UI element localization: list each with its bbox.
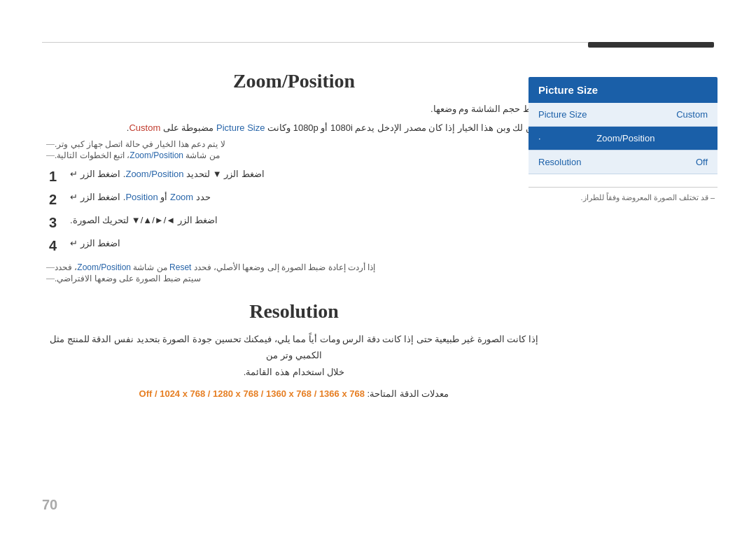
main-content: Zoom/Position وضبط حجم الشاشة وم وضعها. …: [42, 56, 546, 492]
resolution-section: Resolution إذا كانت الصورة غير طبيعية حت…: [42, 300, 546, 402]
zoom-position-section: Zoom/Position وضبط حجم الشاشة وم وضعها. …: [42, 70, 546, 283]
panel-row-zoom-position[interactable]: Zoom/Position: [528, 127, 718, 150]
sidebar-panel: Picture Size Picture Size Custom Zoom/Po…: [528, 77, 718, 202]
step-4: 4 اضغط الزر ↵: [42, 238, 546, 254]
step-list: 1 اضغط الزر ▼ لتحديد Zoom/Position. اضغط…: [42, 169, 546, 254]
resolution-values: معدلات الدقة المتاحة: Off / 1024 x 768 /…: [42, 386, 546, 402]
panel-row-resolution[interactable]: Resolution Off: [528, 150, 718, 174]
picture-size-value: Custom: [676, 109, 708, 120]
page-number: 70: [42, 497, 57, 513]
reset-note-2: سيتم ضبط الصورة على وضعها الافتراضي.: [42, 274, 546, 283]
sidebar-note: – قد تختلف الصورة المعروضة وفقاً للطراز.: [528, 187, 718, 202]
reset-note: إذا أردت إعادة ضبط الصورة إلى وضعها الأص…: [42, 262, 546, 272]
zoom-note1: يمكن لك وبن هذا الخيار إذا كان مصدر الإد…: [42, 120, 546, 136]
step-1: 1 اضغط الزر ▼ لتحديد Zoom/Position. اضغط…: [42, 169, 546, 185]
step-2: 2 حدد Zoom أو Position. اضغط الزر ↵: [42, 192, 546, 208]
panel-row-picture-size[interactable]: Picture Size Custom: [528, 103, 718, 127]
dark-accent-bar: [588, 42, 714, 48]
zoom-subtitle: وضبط حجم الشاشة وم وضعها.: [42, 101, 546, 117]
step-3: 3 اضغط الزر ◄/►/▲/▼ لتحريك الصورة.: [42, 215, 546, 231]
resolution-value: Off: [696, 157, 708, 167]
zoom-position-label: Zoom/Position: [596, 133, 654, 143]
indent-note-1: لا يتم دعم هذا الخيار في حالة اتصل جهاز …: [42, 139, 546, 149]
resolution-desc: إذا كانت الصورة غير طبيعية حتى إذا كانت …: [42, 331, 546, 380]
zoom-position-title: Zoom/Position: [42, 70, 546, 92]
indent-note-2: من شاشة Zoom/Position، اتبع الخطوات التا…: [42, 150, 546, 160]
panel-header: Picture Size: [528, 77, 718, 103]
resolution-label: Resolution: [538, 157, 581, 167]
picture-size-label: Picture Size: [538, 109, 587, 120]
resolution-title: Resolution: [42, 300, 546, 323]
